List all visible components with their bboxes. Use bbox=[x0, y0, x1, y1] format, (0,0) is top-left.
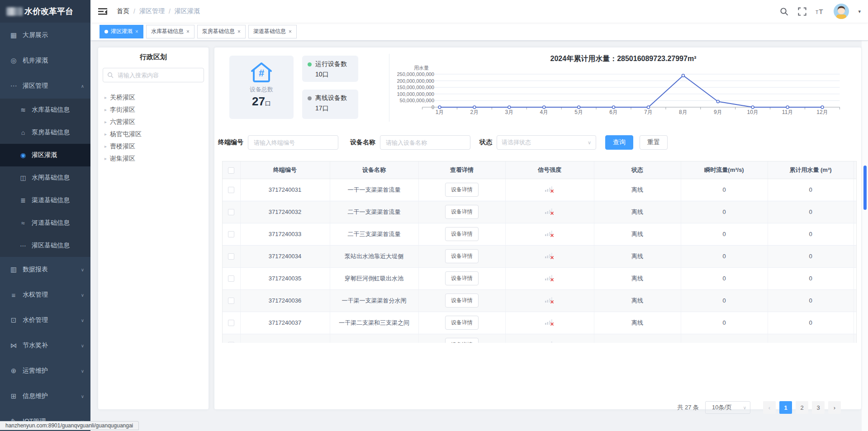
row-checkbox[interactable] bbox=[228, 298, 234, 304]
search-icon[interactable] bbox=[779, 7, 788, 16]
device-detail-button[interactable]: 设备详情 bbox=[445, 338, 479, 343]
view-tab-灌区灌溉[interactable]: 灌区灌溉 × bbox=[100, 25, 143, 38]
region-panel-title: 行政区划 bbox=[98, 53, 209, 62]
browser-status-bar: hanzhenyun.com:8901/guanqvguanli/guanqug… bbox=[0, 421, 139, 430]
page-button-2[interactable]: 2 bbox=[796, 401, 808, 414]
user-menu-caret-icon[interactable]: ▾ bbox=[858, 9, 861, 14]
column-header: 设备名称 bbox=[330, 161, 418, 179]
caret-right-icon[interactable]: ▸ bbox=[104, 144, 107, 149]
column-header: 累计用水量 (m³) bbox=[768, 161, 854, 179]
view-tab-水库基础信息[interactable]: 水库基础信息 × bbox=[146, 25, 194, 38]
sidebar-subitem-河道基础信息[interactable]: ≈ 河道基础信息 bbox=[0, 212, 90, 234]
menu-label: 水库基础信息 bbox=[32, 106, 70, 114]
caret-right-icon[interactable]: ▸ bbox=[104, 156, 107, 161]
fullscreen-icon[interactable] bbox=[797, 7, 806, 16]
caret-right-icon[interactable]: ▸ bbox=[104, 107, 107, 112]
menu-label: 灌区灌溉 bbox=[32, 151, 57, 159]
sidebar-subitem-水库基础信息[interactable]: ≋ 水库基础信息 bbox=[0, 99, 90, 121]
device-detail-button[interactable]: 设备详情 bbox=[445, 183, 479, 197]
device-detail-button[interactable]: 设备详情 bbox=[445, 227, 479, 241]
breadcrumb-home[interactable]: 首页 bbox=[117, 7, 129, 15]
view-tab-渠道基础信息[interactable]: 渠道基础信息 × bbox=[248, 25, 297, 38]
column-header: 查看详情 bbox=[418, 161, 505, 179]
search-button[interactable]: 查询 bbox=[605, 135, 633, 150]
prev-page-button[interactable]: ‹ bbox=[763, 401, 776, 414]
row-checkbox[interactable] bbox=[228, 342, 234, 343]
sidebar-item-灌区管理[interactable]: ⋯ 灌区管理 ∧ bbox=[0, 73, 90, 99]
cell-terminal-id: 3717240035 bbox=[240, 267, 330, 289]
row-checkbox[interactable] bbox=[228, 253, 234, 260]
region-search-input[interactable] bbox=[117, 71, 199, 79]
row-checkbox[interactable] bbox=[228, 275, 234, 282]
font-size-icon[interactable]: TT bbox=[816, 7, 825, 16]
tree-item-label: 六营灌区 bbox=[110, 118, 135, 126]
user-avatar[interactable] bbox=[834, 4, 849, 19]
signal-strength-icon bbox=[545, 274, 555, 281]
device-name-input[interactable] bbox=[380, 135, 470, 150]
tree-item[interactable]: ▸ 谢集灌区 bbox=[104, 152, 209, 165]
tab-label: 水库基础信息 bbox=[151, 28, 184, 35]
device-detail-button[interactable]: 设备详情 bbox=[445, 316, 479, 330]
device-name-label: 设备名称 bbox=[350, 138, 375, 147]
tab-close-icon[interactable]: × bbox=[237, 28, 241, 35]
app-title: 水价改革平台 bbox=[24, 6, 73, 17]
tree-item[interactable]: ▸ 李街灌区 bbox=[104, 104, 209, 116]
device-detail-button[interactable]: 设备详情 bbox=[445, 271, 479, 285]
row-checkbox[interactable] bbox=[228, 187, 234, 193]
sidebar-item-水权管理[interactable]: ≡ 水权管理 ∨ bbox=[0, 282, 90, 308]
select-all-checkbox[interactable] bbox=[228, 167, 234, 174]
chevron-icon: ∨ bbox=[81, 293, 84, 298]
tab-label: 灌区灌溉 bbox=[111, 28, 133, 35]
terminal-id-input[interactable] bbox=[248, 135, 338, 150]
next-page-button[interactable]: › bbox=[828, 401, 841, 414]
page-button-1[interactable]: 1 bbox=[779, 401, 792, 414]
sidebar-item-节水奖补[interactable]: ⋈ 节水奖补 ∨ bbox=[0, 333, 90, 358]
tree-item[interactable]: ▸ 关桥灌区 bbox=[104, 91, 209, 104]
caret-right-icon[interactable]: ▸ bbox=[104, 95, 107, 100]
device-detail-button[interactable]: 设备详情 bbox=[445, 205, 479, 219]
scrollbar-thumb[interactable] bbox=[863, 166, 867, 210]
sidebar-subitem-渠道基础信息[interactable]: ≣ 渠道基础信息 bbox=[0, 189, 90, 212]
sidebar-item-运营维护[interactable]: ⊕ 运营维护 ∨ bbox=[0, 358, 90, 384]
row-checkbox[interactable] bbox=[228, 209, 234, 215]
sidebar-subitem-灌区基础信息[interactable]: ⋯ 灌区基础信息 bbox=[0, 234, 90, 257]
page-size-select[interactable]: 10条/页 ∨ bbox=[705, 401, 750, 414]
scrollbar-gutter bbox=[862, 41, 868, 431]
sidebar-item-机井灌溉[interactable]: ◎ 机井灌溉 bbox=[0, 48, 90, 73]
row-checkbox[interactable] bbox=[228, 320, 234, 326]
tab-close-icon[interactable]: × bbox=[289, 28, 292, 35]
tree-item[interactable]: ▸ 曹楼灌区 bbox=[104, 140, 209, 152]
sidebar-subitem-水闸基础信息[interactable]: ◫ 水闸基础信息 bbox=[0, 166, 90, 189]
table-row: 3717240035 穿郸巨河倒虹吸出水池 设备详情 离线 0 0 bbox=[223, 267, 857, 289]
page-button-3[interactable]: 3 bbox=[812, 401, 825, 414]
breadcrumb-section[interactable]: 灌区管理 bbox=[139, 7, 165, 15]
sidebar-subitem-泵房基础信息[interactable]: ⌂ 泵房基础信息 bbox=[0, 121, 90, 144]
sidebar-subitem-灌区灌溉[interactable]: ◉ 灌区灌溉 bbox=[0, 144, 90, 166]
tree-item[interactable]: ▸ 六营灌区 bbox=[104, 116, 209, 128]
tab-close-icon[interactable]: × bbox=[186, 28, 190, 35]
signal-strength-icon bbox=[545, 252, 555, 259]
tab-close-icon[interactable]: × bbox=[135, 28, 138, 35]
caret-right-icon[interactable]: ▸ bbox=[104, 119, 107, 124]
svg-text:9月: 9月 bbox=[714, 109, 722, 115]
tree-item[interactable]: ▸ 杨官屯灌区 bbox=[104, 128, 209, 140]
cell-device-name: 二干三支渠渠首流量 bbox=[330, 223, 418, 245]
sidebar-item-信息维护[interactable]: ⊞ 信息维护 ∨ bbox=[0, 384, 90, 409]
hamburger-icon[interactable] bbox=[98, 6, 108, 16]
sidebar-item-数据报表[interactable]: ▥ 数据报表 ∨ bbox=[0, 257, 90, 282]
page-buttons: 123 bbox=[776, 401, 825, 414]
cell-sliver bbox=[854, 223, 857, 245]
chevron-icon: ∨ bbox=[81, 318, 84, 323]
row-checkbox[interactable] bbox=[228, 231, 234, 237]
running-devices-card: 运行设备数 10口 bbox=[302, 56, 358, 82]
sidebar-item-大屏展示[interactable]: ▦ 大屏展示 bbox=[0, 23, 90, 48]
reset-button[interactable]: 重置 bbox=[640, 135, 668, 150]
device-detail-button[interactable]: 设备详情 bbox=[445, 249, 479, 263]
cell-terminal-id: 3717240032 bbox=[240, 201, 330, 223]
status-select[interactable]: 请选择状态 ∨ bbox=[497, 135, 596, 150]
view-tab-泵房基础信息[interactable]: 泵房基础信息 × bbox=[197, 25, 246, 38]
sidebar-item-水价管理[interactable]: ⊡ 水价管理 ∨ bbox=[0, 308, 90, 333]
device-detail-button[interactable]: 设备详情 bbox=[445, 294, 479, 308]
cell-total-water: 0 bbox=[768, 245, 854, 267]
caret-right-icon[interactable]: ▸ bbox=[104, 132, 107, 137]
